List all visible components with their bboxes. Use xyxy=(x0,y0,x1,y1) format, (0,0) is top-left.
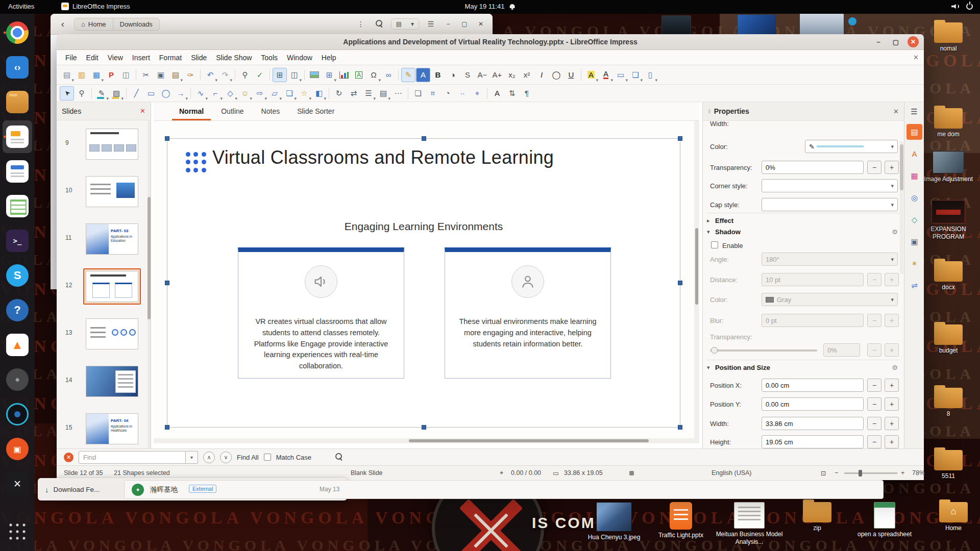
corner-style-select[interactable]: ▾ xyxy=(762,179,898,192)
dock-help[interactable] xyxy=(3,294,32,327)
selection-handle[interactable] xyxy=(165,281,169,285)
selection-handle[interactable] xyxy=(422,136,426,141)
dock-terminal[interactable] xyxy=(3,224,32,257)
desktop-thumbnail[interactable] xyxy=(662,15,691,37)
new-document-button[interactable]: ▤▾ xyxy=(60,68,74,82)
desktop-icon-8[interactable]: 8 xyxy=(918,388,979,418)
canvas-horizontal-scrollbar[interactable] xyxy=(154,438,699,443)
maximize-button[interactable]: ▢ xyxy=(890,36,901,47)
distribution-button[interactable]: ⋯ xyxy=(391,86,405,101)
menu-slide[interactable]: Slide xyxy=(186,52,211,64)
line-transparency-input[interactable]: 0% xyxy=(762,161,864,174)
status-language[interactable]: English (USA) xyxy=(712,469,752,477)
menu-tools[interactable]: Tools xyxy=(256,52,282,64)
shapes-button[interactable]: ◇▾ xyxy=(223,86,237,101)
close-document-icon[interactable]: ✕ xyxy=(913,54,919,61)
plus-stepper[interactable]: + xyxy=(885,379,899,392)
slide-thumbnail-11[interactable]: 11PART- 03Applications in Education xyxy=(57,221,151,265)
symbol-shapes-button[interactable]: ☺▾ xyxy=(238,86,252,101)
insert-table-button[interactable]: ⊞▾ xyxy=(322,68,336,82)
plus-stepper[interactable]: + xyxy=(885,273,899,286)
plus-stepper[interactable]: + xyxy=(885,435,899,448)
redo-button[interactable]: ↷▾ xyxy=(218,68,232,82)
minus-stepper[interactable]: − xyxy=(867,379,881,392)
special-character-button[interactable]: Ω▾ xyxy=(366,68,381,82)
bold-button[interactable]: B xyxy=(431,68,445,82)
shadow-angle-select[interactable]: 180°▾ xyxy=(762,253,898,266)
find-next-button[interactable]: ∨ xyxy=(220,452,232,463)
dock-chrome[interactable] xyxy=(3,16,32,49)
callouts-button[interactable]: ❏▾ xyxy=(282,86,297,101)
shadow-enable-checkbox[interactable] xyxy=(711,241,718,248)
connectors-button[interactable]: ⌐▾ xyxy=(208,86,223,101)
menu-slide-show[interactable]: Slide Show xyxy=(211,52,256,64)
dock-writer[interactable] xyxy=(3,155,32,188)
titlebar[interactable]: Applications and Development of Virtual … xyxy=(57,34,924,50)
show-applications-button[interactable] xyxy=(3,515,32,548)
flip-button[interactable]: ⇄ xyxy=(347,86,361,101)
subscript-button[interactable]: x₂ xyxy=(505,68,519,82)
shadow-transparency-slider[interactable] xyxy=(710,349,817,352)
align-objects-button[interactable]: ☰▾ xyxy=(361,86,376,101)
callout-shapes-button[interactable]: ❏▾ xyxy=(628,68,643,82)
dock-vlc[interactable] xyxy=(3,329,32,361)
tab-outline[interactable]: Outline xyxy=(214,103,251,120)
export-pdf-button[interactable]: P xyxy=(104,68,118,82)
dock-software[interactable] xyxy=(3,433,32,465)
find-replace-button[interactable]: ⚲ xyxy=(238,68,252,82)
minus-stepper[interactable]: − xyxy=(867,161,881,174)
desktop-icon-traffic-light-pptx[interactable]: Traffic Light.pptx xyxy=(643,502,719,539)
position-x-input[interactable]: 0.00 cm xyxy=(762,379,864,392)
insert-arrow-button[interactable]: →▾ xyxy=(174,86,188,101)
undo-button[interactable]: ↶▾ xyxy=(203,68,217,82)
notification-toast[interactable]: ✦ 瀚晖基地 External May 13 xyxy=(124,480,884,499)
minus-stepper[interactable]: − xyxy=(867,417,881,430)
minus-stepper[interactable]: − xyxy=(867,273,881,286)
selection-handle[interactable] xyxy=(165,136,169,141)
position-size-section-header[interactable]: ▾ Position and Size ⚙ xyxy=(703,363,904,374)
card-text[interactable]: VR creates virtual classrooms that allow… xyxy=(247,316,395,372)
deck-navigator-icon[interactable]: ◎ xyxy=(906,190,922,206)
fill-color-button[interactable]: ▨▾ xyxy=(109,86,124,101)
filter-button[interactable]: ◔ xyxy=(440,86,455,101)
menu-edit[interactable]: Edit xyxy=(82,52,103,64)
slide-thumbnail-13[interactable]: 13 xyxy=(57,316,151,360)
deck-properties-icon[interactable]: ▤ xyxy=(906,124,922,140)
selection-handle[interactable] xyxy=(422,425,426,430)
minimize-button[interactable]: − xyxy=(873,36,884,47)
view-toggle[interactable]: ▤ ▾ xyxy=(391,18,419,30)
character-spacing-button[interactable]: ◯ xyxy=(549,68,564,82)
shadow-button[interactable]: ❏ xyxy=(411,86,425,101)
flowchart-button[interactable]: ▱▾ xyxy=(267,86,282,101)
selection-handle[interactable] xyxy=(678,425,682,430)
desktop-icon-hua-chenyu-3-jpeg[interactable]: Hua Chenyu 3.jpeg xyxy=(576,502,652,541)
tab-normal[interactable]: Normal xyxy=(172,103,211,120)
width-input[interactable]: 33.86 cm xyxy=(762,417,864,430)
breadcrumb-downloads[interactable]: Downloads xyxy=(113,18,159,30)
slides-panel-close-icon[interactable]: ✕ xyxy=(140,107,145,115)
back-icon[interactable]: ‹ xyxy=(57,18,69,30)
paragraph-mark-button[interactable]: ¶ xyxy=(520,86,534,101)
minus-stepper[interactable]: − xyxy=(867,397,881,411)
slide-title[interactable]: Virtual Classrooms and Remote Learning xyxy=(212,147,554,168)
vertical-text-button[interactable]: ⇅ xyxy=(505,86,519,101)
minus-stepper[interactable]: − xyxy=(867,343,881,357)
deck-master-slides-icon[interactable]: ▣ xyxy=(906,234,922,249)
fontwork-button[interactable]: A xyxy=(416,68,430,82)
view-caret-icon[interactable]: ▾ xyxy=(406,19,419,29)
insert-hyperlink-button[interactable]: ∞ xyxy=(381,68,396,82)
sidebar-menu-icon[interactable]: ☰ xyxy=(904,107,924,116)
shadow-distance-input[interactable]: 10 pt xyxy=(762,273,864,286)
clone-formatting-button[interactable]: ✑ xyxy=(183,68,198,82)
freeform-line-button[interactable]: ✎ xyxy=(401,68,415,82)
desktop-thumbnail[interactable] xyxy=(848,17,856,26)
open-file-button[interactable]: ▥ xyxy=(75,68,89,82)
contrast-button[interactable]: ◑ xyxy=(446,68,460,82)
zoom-out-icon[interactable]: − xyxy=(835,469,838,477)
minus-stepper[interactable]: − xyxy=(867,435,881,448)
gear-icon[interactable]: ⚙ xyxy=(892,364,898,371)
slides-scrollbar[interactable] xyxy=(148,120,151,448)
shadow-section-header[interactable]: ▾ Shadow ⚙ xyxy=(703,227,904,238)
slide-thumbnail-10[interactable]: 10 xyxy=(57,173,151,217)
desktop-icon-home[interactable]: Home xyxy=(915,502,980,532)
